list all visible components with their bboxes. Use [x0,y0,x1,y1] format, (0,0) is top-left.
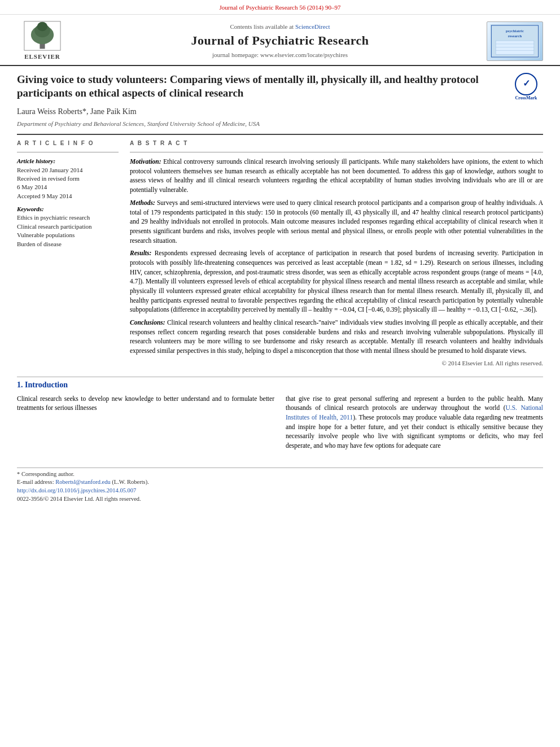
abstract-heading: A B S T R A C T [130,139,543,147]
methods-text: Surveys and semi-structured interviews w… [130,199,543,244]
authors-line: Laura Weiss Roberts*, Jane Paik Kim [17,106,543,117]
journal-cover-image: psychiatric research [489,24,540,58]
intro-columns: Clinical research seeks to develop new k… [17,394,543,451]
journal-reference-bar: Journal of Psychiatric Research 56 (2014… [0,0,560,15]
keyword-3: Vulnerable populations [17,231,119,239]
keywords-list: Ethics in psychiatric research Clinical … [17,213,119,248]
elsevier-text: ELSEVIER [24,53,60,61]
footnote-area: * Corresponding author. E-mail address: … [17,468,543,504]
article-history-group: Article history: Received 20 January 201… [17,157,119,200]
conclusions-text: Clinical research volunteers and healthy… [130,319,543,354]
journal-ref-text: Journal of Psychiatric Research 56 (2014… [219,4,340,11]
intro-col1-text: Clinical research seeks to develop new k… [17,394,274,413]
crossmark-badge[interactable]: ✓ CrossMark [509,73,543,101]
sciencedirect-link[interactable]: ScienceDirect [295,23,330,30]
journal-header: ELSEVIER Contents lists available at Sci… [0,15,560,65]
nih-link[interactable]: U.S. National Institutes of Health, 2011 [286,404,543,421]
keywords-group: Keywords: Ethics in psychiatric research… [17,205,119,248]
issn-line: 0022-3956/© 2014 Elsevier Ltd. All right… [17,495,543,504]
sciencedirect-line: Contents lists available at ScienceDirec… [73,23,487,31]
intro-col-left: Clinical research seeks to develop new k… [17,394,274,451]
intro-section-title: 1. Introduction [17,379,543,391]
info-abstract-columns: A R T I C L E I N F O Article history: R… [17,139,543,368]
doi-link[interactable]: http://dx.doi.org/10.1016/j.jpsychires.2… [17,487,136,493]
keyword-2: Clinical research participation [17,222,119,231]
email-address[interactable]: Robertsl@stanford.edu [55,479,110,485]
intro-col-right: that give rise to great personal sufferi… [286,394,543,451]
methods-label: Methods: [130,199,155,206]
article-info-heading: A R T I C L E I N F O [17,139,119,147]
journal-homepage: journal homepage: www.elsevier.com/locat… [73,51,487,59]
introduction-section: 1. Introduction Clinical research seeks … [17,377,543,451]
copyright-line: © 2014 Elsevier Ltd. All rights reserved… [130,359,543,368]
abstract-divider [130,152,543,152]
elsevier-logo-area: ELSEVIER [11,20,73,61]
doi-line: http://dx.doi.org/10.1016/j.jpsychires.2… [17,487,543,495]
article-title-text: Giving voice to study volunteers: Compar… [17,73,479,99]
intro-col2-text: that give rise to great personal sufferi… [286,394,543,451]
results-label: Results: [130,250,151,256]
article-title-block: Giving voice to study volunteers: Compar… [17,73,543,101]
history-label: Article history: [17,158,55,164]
email-line: E-mail address: Robertsl@stanford.edu (L… [17,478,543,487]
journal-title: Journal of Psychiatric Research [73,32,487,50]
results-text: Respondents expressed decreasing levels … [130,250,543,313]
crossmark-label: CrossMark [509,95,543,101]
conclusions-label: Conclusions: [130,319,165,326]
accepted-date: Accepted 9 May 2014 [17,192,119,200]
email-label: E-mail address: [17,479,54,485]
svg-text:research: research [508,34,522,38]
abstract-conclusions: Conclusions: Clinical research volunteer… [130,318,543,356]
svg-text:psychiatric: psychiatric [506,28,524,32]
keyword-4: Burden of disease [17,240,119,248]
motivation-text: Ethical controversy surrounds clinical r… [130,158,543,193]
motivation-label: Motivation: [130,158,161,165]
journal-thumbnail: psychiatric research [487,21,543,61]
title-divider [17,134,543,135]
revised-date: 6 May 2014 [17,183,119,191]
journal-thumbnail-area: psychiatric research [487,21,549,61]
corresponding-label: * Corresponding author. [17,471,75,477]
received-date: Received 20 January 2014 [17,166,119,174]
abstract-methods: Methods: Surveys and semi-structured int… [130,198,543,245]
affiliation-line: Department of Psychiatry and Behavioral … [17,120,543,128]
abstract-column: A B S T R A C T Motivation: Ethical cont… [130,139,543,368]
journal-header-center: Contents lists available at ScienceDirec… [73,23,487,60]
authors-text: Laura Weiss Roberts*, Jane Paik Kim [17,107,137,116]
email-note: (L.W. Roberts). [112,479,149,485]
crossmark-circle-icon: ✓ [515,73,537,95]
article-content: Giving voice to study volunteers: Compar… [0,66,560,515]
revised-label: Received in revised form [17,174,119,183]
sciencedirect-prefix: Contents lists available at [230,23,294,30]
keyword-1: Ethics in psychiatric research [17,213,119,222]
corresponding-author-note: * Corresponding author. [17,470,543,479]
svg-rect-9 [496,41,534,54]
intro-title: Introduction [25,381,68,389]
article-info-column: A R T I C L E I N F O Article history: R… [17,139,119,368]
affiliation-text: Department of Psychiatry and Behavioral … [17,120,260,127]
elsevier-logo: ELSEVIER [11,20,73,61]
abstract-results: Results: Respondents expressed decreasin… [130,248,543,314]
abstract-motivation: Motivation: Ethical controversy surround… [130,157,543,195]
svg-point-3 [37,22,47,32]
elsevier-tree-icon [20,20,65,51]
intro-number: 1. [17,381,23,389]
article-info-divider [17,152,119,152]
keywords-label: Keywords: [17,206,44,212]
